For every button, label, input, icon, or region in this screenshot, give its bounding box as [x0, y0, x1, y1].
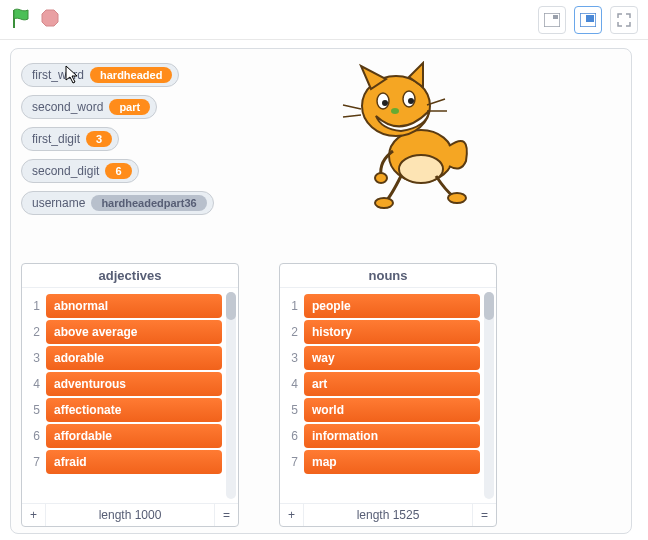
- list-item-index: 6: [26, 429, 40, 443]
- list-item[interactable]: 6information: [284, 424, 480, 448]
- monitor-value: 3: [86, 131, 112, 147]
- monitor-first-digit[interactable]: first_digit 3: [21, 127, 119, 151]
- list-item-value: world: [304, 398, 480, 422]
- stop-icon[interactable]: [40, 8, 60, 32]
- fullscreen-button[interactable]: [610, 6, 638, 34]
- list-item[interactable]: 5affectionate: [26, 398, 222, 422]
- monitor-label: first_word: [32, 68, 84, 82]
- svg-point-13: [382, 100, 388, 106]
- monitor-value: part: [109, 99, 150, 115]
- large-stage-button[interactable]: [574, 6, 602, 34]
- list-item-index: 5: [26, 403, 40, 417]
- list-item-value: map: [304, 450, 480, 474]
- list-resize-handle[interactable]: =: [472, 504, 496, 526]
- list-item-index: 6: [284, 429, 298, 443]
- list-length-label: length 1525: [304, 504, 472, 526]
- green-flag-icon[interactable]: [10, 7, 32, 33]
- list-title: adjectives: [22, 264, 238, 288]
- list-item[interactable]: 1abnormal: [26, 294, 222, 318]
- monitor-second-word[interactable]: second_word part: [21, 95, 157, 119]
- svg-rect-4: [586, 15, 594, 22]
- stage-toolbar: [0, 0, 648, 40]
- list-nouns[interactable]: nouns 1people2history3way4art5world6info…: [279, 263, 497, 527]
- monitor-label: username: [32, 196, 85, 210]
- small-stage-button[interactable]: [538, 6, 566, 34]
- list-item[interactable]: 1people: [284, 294, 480, 318]
- list-item[interactable]: 5world: [284, 398, 480, 422]
- svg-point-8: [448, 193, 466, 203]
- sprite-cat[interactable]: [331, 61, 481, 211]
- monitor-username[interactable]: username hardheadedpart36: [21, 191, 214, 215]
- list-item-value: adventurous: [46, 372, 222, 396]
- list-body: 1people2history3way4art5world6informatio…: [280, 288, 496, 503]
- svg-point-14: [408, 98, 414, 104]
- scrollbar[interactable]: [484, 292, 494, 499]
- scroll-thumb[interactable]: [484, 292, 494, 320]
- list-length-label: length 1000: [46, 504, 214, 526]
- list-add-button[interactable]: +: [22, 504, 46, 526]
- list-item-value: people: [304, 294, 480, 318]
- monitor-value: 6: [105, 163, 131, 179]
- list-item-value: affectionate: [46, 398, 222, 422]
- list-item-index: 2: [284, 325, 298, 339]
- list-item-index: 1: [26, 299, 40, 313]
- monitor-value: hardheadedpart36: [91, 195, 206, 211]
- list-item-index: 5: [284, 403, 298, 417]
- list-item-value: abnormal: [46, 294, 222, 318]
- list-item[interactable]: 7afraid: [26, 450, 222, 474]
- list-item[interactable]: 4art: [284, 372, 480, 396]
- monitor-second-digit[interactable]: second_digit 6: [21, 159, 139, 183]
- list-item[interactable]: 2history: [284, 320, 480, 344]
- list-item-value: above average: [46, 320, 222, 344]
- scrollbar[interactable]: [226, 292, 236, 499]
- list-item-value: history: [304, 320, 480, 344]
- list-item-index: 4: [284, 377, 298, 391]
- list-item-index: 3: [26, 351, 40, 365]
- monitor-label: second_digit: [32, 164, 99, 178]
- svg-point-9: [375, 173, 387, 183]
- list-item[interactable]: 4adventurous: [26, 372, 222, 396]
- svg-marker-0: [42, 10, 58, 26]
- monitor-value: hardheaded: [90, 67, 172, 83]
- list-item-index: 2: [26, 325, 40, 339]
- list-item[interactable]: 2above average: [26, 320, 222, 344]
- monitor-label: second_word: [32, 100, 103, 114]
- monitor-label: first_digit: [32, 132, 80, 146]
- svg-point-7: [375, 198, 393, 208]
- list-item-value: afraid: [46, 450, 222, 474]
- list-resize-handle[interactable]: =: [214, 504, 238, 526]
- list-item[interactable]: 3way: [284, 346, 480, 370]
- list-adjectives[interactable]: adjectives 1abnormal2above average3adora…: [21, 263, 239, 527]
- list-item-value: information: [304, 424, 480, 448]
- list-item-index: 1: [284, 299, 298, 313]
- list-item[interactable]: 3adorable: [26, 346, 222, 370]
- list-item-value: affordable: [46, 424, 222, 448]
- list-item[interactable]: 6affordable: [26, 424, 222, 448]
- list-item[interactable]: 7map: [284, 450, 480, 474]
- svg-rect-2: [553, 15, 558, 19]
- list-item-index: 4: [26, 377, 40, 391]
- list-item-value: way: [304, 346, 480, 370]
- list-item-value: art: [304, 372, 480, 396]
- stage[interactable]: first_word hardheaded second_word part f…: [10, 48, 632, 534]
- list-item-index: 3: [284, 351, 298, 365]
- list-title: nouns: [280, 264, 496, 288]
- list-body: 1abnormal2above average3adorable4adventu…: [22, 288, 238, 503]
- list-item-index: 7: [26, 455, 40, 469]
- list-item-index: 7: [284, 455, 298, 469]
- scroll-thumb[interactable]: [226, 292, 236, 320]
- svg-point-15: [391, 108, 399, 114]
- list-add-button[interactable]: +: [280, 504, 304, 526]
- monitor-first-word[interactable]: first_word hardheaded: [21, 63, 179, 87]
- list-item-value: adorable: [46, 346, 222, 370]
- variable-monitors: first_word hardheaded second_word part f…: [13, 59, 214, 215]
